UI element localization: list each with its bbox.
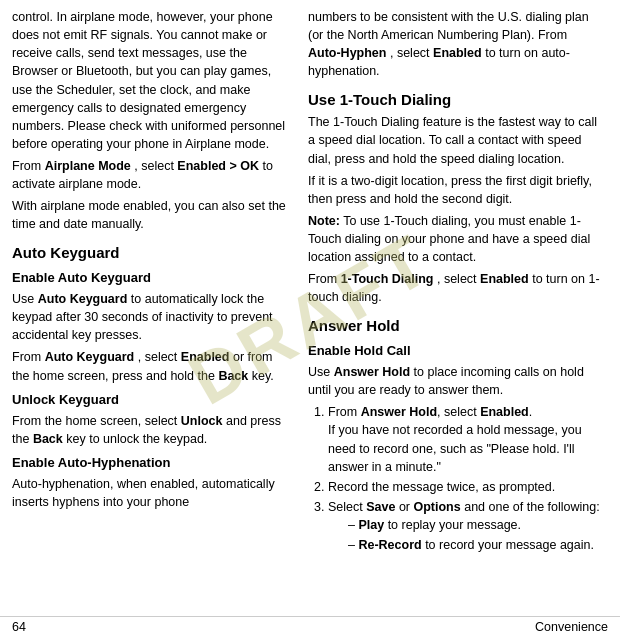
auto-select-text: , select bbox=[138, 350, 178, 364]
if-it-paragraph: If it is a two-digit location, press the… bbox=[308, 172, 602, 208]
from-text1: From bbox=[12, 350, 41, 364]
content-area: control. In airplane mode, however, your… bbox=[0, 0, 620, 616]
page-number: 64 bbox=[12, 620, 26, 634]
right-intro-paragraph: numbers to be consistent with the U.S. d… bbox=[308, 8, 602, 81]
step2-text: Record the message twice, as prompted. bbox=[328, 480, 555, 494]
step3-save-bold: Save bbox=[366, 500, 395, 514]
hyphenation-paragraph: Auto-hyphenation, when enabled, automati… bbox=[12, 475, 292, 511]
touch-dialing-description: The 1-Touch Dialing feature is the faste… bbox=[308, 113, 602, 167]
page-container: DRAFT control. In airplane mode, however… bbox=[0, 0, 620, 637]
from-touch-text1: From bbox=[308, 272, 337, 286]
answer-hold-bold: Answer Hold bbox=[334, 365, 410, 379]
airplane-select-text: , select bbox=[134, 159, 174, 173]
right-intro-text: numbers to be consistent with the U.S. d… bbox=[308, 10, 589, 42]
footer-bar: 64 Convenience bbox=[0, 616, 620, 637]
unlock-bold: Unlock bbox=[181, 414, 223, 428]
step3-select-text: Select bbox=[328, 500, 366, 514]
note-text: To use 1-Touch dialing, you must enable … bbox=[308, 214, 590, 264]
list-item: Select Save or Options and one of the fo… bbox=[328, 498, 602, 554]
airplane-enabled-ok-bold: Enabled > OK bbox=[177, 159, 259, 173]
play-bold: Play bbox=[358, 518, 384, 532]
step1-enabled-bold: Enabled bbox=[480, 405, 529, 419]
auto-keyguard-heading: Auto Keyguard bbox=[12, 242, 292, 264]
list-item: Re-Record to record your message again. bbox=[348, 536, 602, 554]
options-list: Play to replay your message. Re-Record t… bbox=[348, 516, 602, 554]
touch-enabled-bold: Enabled bbox=[480, 272, 529, 286]
unlock-keyguard-subheading: Unlock Keyguard bbox=[12, 391, 292, 410]
touch-select-text: , select bbox=[437, 272, 477, 286]
list-item: Play to replay your message. bbox=[348, 516, 602, 534]
step1-from-text: From bbox=[328, 405, 361, 419]
use-text2: Use bbox=[308, 365, 330, 379]
from-auto-keyguard-paragraph: From Auto Keyguard , select Enabled or f… bbox=[12, 348, 292, 384]
step3-following-text: and one of the following: bbox=[461, 500, 600, 514]
one-touch-dialing-bold: 1-Touch Dialing bbox=[341, 272, 434, 286]
step1-select-text: , select bbox=[437, 405, 480, 419]
airplane-mode-bold: Airplane Mode bbox=[45, 159, 131, 173]
back-key-bold: Back bbox=[218, 369, 248, 383]
list-item: Record the message twice, as prompted. bbox=[328, 478, 602, 496]
note-paragraph: Note: To use 1-Touch dialing, you must e… bbox=[308, 212, 602, 266]
unlock-keypad-text: key to unlock the keypad. bbox=[66, 432, 207, 446]
enable-auto-keyguard-subheading: Enable Auto Keyguard bbox=[12, 269, 292, 288]
unlock-from-text: From the home screen, select bbox=[12, 414, 177, 428]
auto-keyguard-bold: Auto Keyguard bbox=[38, 292, 128, 306]
enabled-bold-right: Enabled bbox=[433, 46, 482, 60]
hold-steps-list: From Answer Hold, select Enabled. If you… bbox=[328, 403, 602, 554]
re-record-text: to record your message again. bbox=[422, 538, 594, 552]
re-record-bold: Re-Record bbox=[358, 538, 421, 552]
hold-call-description: Use Answer Hold to place incoming calls … bbox=[308, 363, 602, 399]
step3-or-text: or bbox=[395, 500, 413, 514]
note-bold: Note: bbox=[308, 214, 340, 228]
play-text: to replay your message. bbox=[384, 518, 521, 532]
airplane-mode-paragraph: From Airplane Mode , select Enabled > OK… bbox=[12, 157, 292, 193]
key-text: key. bbox=[252, 369, 274, 383]
intro-paragraph: control. In airplane mode, however, your… bbox=[12, 8, 292, 153]
auto-keyguard-bold2: Auto Keyguard bbox=[45, 350, 135, 364]
answer-hold-heading: Answer Hold bbox=[308, 315, 602, 337]
step1-if-text: If you have not recorded a hold message,… bbox=[328, 423, 582, 473]
enable-auto-paragraph: Use Auto Keyguard to automatically lock … bbox=[12, 290, 292, 344]
right-select-text: , select bbox=[390, 46, 430, 60]
airplane-from-text: From bbox=[12, 159, 41, 173]
airplane-also-text: With airplane mode enabled, you can also… bbox=[12, 197, 292, 233]
use-text: Use bbox=[12, 292, 34, 306]
one-touch-dialing-heading: Use 1-Touch Dialing bbox=[308, 89, 602, 111]
enable-hold-call-subheading: Enable Hold Call bbox=[308, 342, 602, 361]
enabled-bold: Enabled bbox=[181, 350, 230, 364]
unlock-paragraph: From the home screen, select Unlock and … bbox=[12, 412, 292, 448]
step1-period: . bbox=[529, 405, 532, 419]
auto-hyphen-bold: Auto-Hyphen bbox=[308, 46, 386, 60]
auto-hyphenation-subheading: Enable Auto-Hyphenation bbox=[12, 454, 292, 473]
right-column: numbers to be consistent with the U.S. d… bbox=[302, 8, 602, 612]
list-item: From Answer Hold, select Enabled. If you… bbox=[328, 403, 602, 476]
step3-options-bold: Options bbox=[413, 500, 460, 514]
step1-answer-hold-bold: Answer Hold bbox=[361, 405, 437, 419]
back-key-bold2: Back bbox=[33, 432, 63, 446]
section-label: Convenience bbox=[535, 620, 608, 634]
left-column: control. In airplane mode, however, your… bbox=[12, 8, 302, 612]
from-touch-paragraph: From 1-Touch Dialing , select Enabled to… bbox=[308, 270, 602, 306]
